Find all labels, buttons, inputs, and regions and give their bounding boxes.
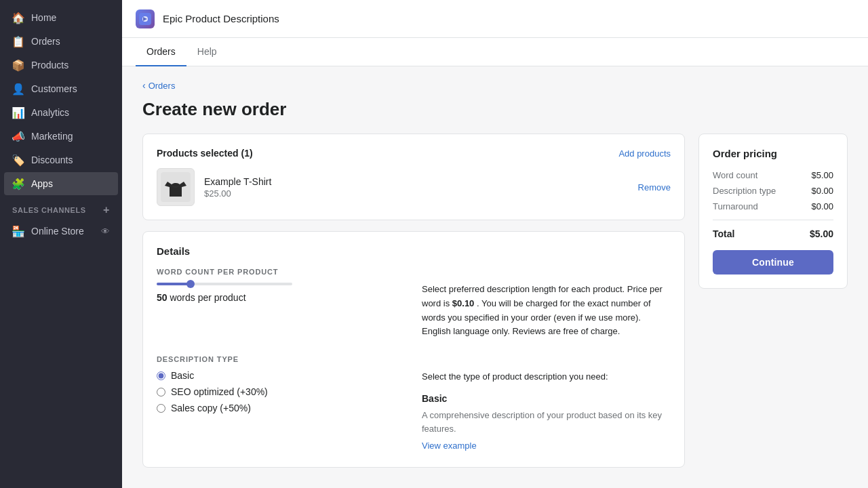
select-type-prompt: Select the type of product description y… [422,370,671,384]
continue-button[interactable]: Continue [713,250,833,274]
description-type-label: DESCRIPTION TYPE [157,355,671,363]
word-count-value-label: 50 words per product [157,292,406,303]
selected-type-desc: A comprehensive description of your prod… [422,409,671,435]
slider-track [157,283,292,285]
description-type-left: Basic SEO optimized (+30%) Sales copy (+… [157,370,406,413]
details-title: Details [157,245,671,257]
radio-seo-input[interactable] [157,388,165,396]
slider-thumb [186,280,195,288]
pricing-divider [713,220,833,220]
main-content: Epic Product Descriptions Orders Help ‹ … [122,0,868,488]
breadcrumb[interactable]: ‹ Orders [142,80,848,91]
selected-type-title: Basic [422,391,671,406]
page-content: ‹ Orders Create new order Products selec… [122,66,868,488]
word-count-label: WORD COUNT PER PRODUCT [157,268,671,276]
products-selected-card: Products selected (1) Add products [142,134,685,220]
home-icon: 🏠 [12,12,24,24]
view-example-link[interactable]: View example [422,441,477,451]
sidebar: 🏠 Home 📋 Orders 📦 Products 👤 Customers 📊… [0,0,122,488]
product-thumbnail [157,168,195,206]
sales-channels-header: SALES CHANNELS + [0,196,122,219]
content-row: Products selected (1) Add products [142,134,848,468]
chevron-left-icon: ‹ [142,80,146,91]
sidebar-item-orders[interactable]: 📋 Orders [4,30,118,53]
online-store-icon: 🏪 [12,225,24,237]
radio-sales-input[interactable] [157,404,165,413]
discounts-icon: 🏷️ [12,154,24,166]
sidebar-item-online-store[interactable]: 🏪 Online Store 👁 [4,220,118,243]
add-products-link[interactable]: Add products [618,148,671,159]
pricing-card: Order pricing Word count $5.00 Descripti… [698,134,848,289]
product-row: Example T-Shirt $25.00 Remove [157,168,671,206]
app-title: Epic Product Descriptions [163,13,279,24]
pricing-row-turnaround: Turnaround $0.00 [713,201,833,211]
main-panel: Products selected (1) Add products [142,134,685,468]
products-card-title: Products selected (1) [157,148,253,159]
customers-icon: 👤 [12,83,24,95]
radio-group: Basic SEO optimized (+30%) Sales copy (+… [157,370,406,413]
description-type-right: Select the type of product description y… [422,370,671,453]
sidebar-item-marketing[interactable]: 📣 Marketing [4,125,118,148]
sidebar-item-products[interactable]: 📦 Products [4,54,118,77]
marketing-icon: 📣 [12,130,24,142]
word-count-description: Select preferred description length for … [422,283,671,339]
radio-basic[interactable]: Basic [157,370,406,381]
orders-icon: 📋 [12,35,24,47]
products-icon: 📦 [12,59,24,71]
product-name: Example T-Shirt [204,176,629,187]
sidebar-item-analytics[interactable]: 📊 Analytics [4,101,118,124]
sidebar-item-apps[interactable]: 🧩 Apps [4,172,118,195]
sidebar-item-customers[interactable]: 👤 Customers [4,77,118,100]
products-card-header: Products selected (1) Add products [157,148,671,159]
tab-help[interactable]: Help [186,38,228,66]
word-count-left: 50 words per product [157,283,406,303]
tabs-bar: Orders Help [122,38,868,66]
slider-fill [157,283,191,285]
page-title: Create new order [142,99,848,120]
pricing-row-desc-type: Description type $0.00 [713,186,833,196]
word-count-row: 50 words per product Select preferred de… [157,283,671,339]
pricing-row-word-count: Word count $5.00 [713,170,833,180]
word-count-slider-container [157,283,406,285]
online-store-visibility-icon[interactable]: 👁 [101,226,110,237]
remove-product-link[interactable]: Remove [638,182,671,192]
sidebar-item-discounts[interactable]: 🏷️ Discounts [4,148,118,171]
apps-icon: 🧩 [12,178,24,190]
side-panel: Order pricing Word count $5.00 Descripti… [698,134,848,289]
app-header: Epic Product Descriptions [122,0,868,38]
tab-orders[interactable]: Orders [136,38,186,66]
pricing-title: Order pricing [713,148,833,159]
details-card: Details WORD COUNT PER PRODUCT [142,231,685,468]
product-price: $25.00 [204,188,629,199]
radio-basic-input[interactable] [157,371,165,380]
radio-seo[interactable]: SEO optimized (+30%) [157,386,406,397]
sidebar-item-home[interactable]: 🏠 Home [4,6,118,29]
description-type-row: Basic SEO optimized (+30%) Sales copy (+… [157,370,671,453]
app-icon [136,9,155,28]
add-sales-channel-button[interactable]: + [103,204,110,216]
pricing-total: Total $5.00 [713,228,833,239]
description-type-section: DESCRIPTION TYPE Basic [157,355,671,453]
product-info: Example T-Shirt $25.00 [204,176,629,199]
radio-sales[interactable]: Sales copy (+50%) [157,403,406,413]
analytics-icon: 📊 [12,106,24,119]
word-count-section: WORD COUNT PER PRODUCT [157,268,671,339]
